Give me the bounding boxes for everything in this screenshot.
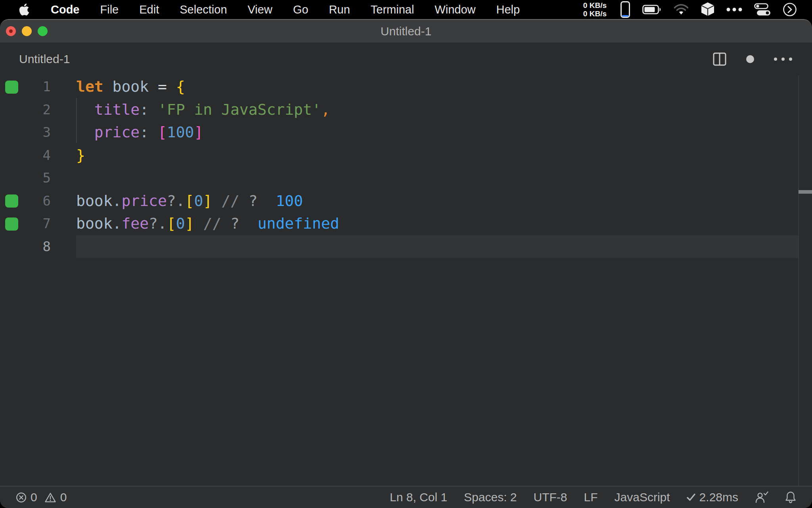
code-line-2[interactable]: 2 title: 'FP in JavaScript', bbox=[0, 98, 812, 121]
network-speed-indicator[interactable]: 0 KB/s 0 KB/s bbox=[583, 1, 607, 18]
line-number: 8 bbox=[43, 235, 51, 258]
error-count: 0 bbox=[31, 491, 37, 504]
encoding-status[interactable]: UTF-8 bbox=[534, 491, 567, 504]
menu-items: CodeFileEditSelectionViewGoRunTerminalWi… bbox=[51, 3, 520, 16]
line-number: 1 bbox=[43, 75, 51, 98]
menu-bar-left: CodeFileEditSelectionViewGoRunTerminalWi… bbox=[0, 3, 520, 16]
code-content: book.fee?.[0] // ? undefined bbox=[76, 212, 799, 235]
menu-item-file[interactable]: File bbox=[100, 3, 119, 16]
editor-gutter: 5 bbox=[0, 167, 76, 190]
line-number: 4 bbox=[43, 144, 51, 167]
quokka-coverage-indicator bbox=[5, 217, 18, 231]
problems-status[interactable]: 0 0 bbox=[16, 491, 70, 504]
editor-gutter: 8 bbox=[0, 235, 76, 258]
menu-item-selection[interactable]: Selection bbox=[180, 3, 227, 16]
line-number: 7 bbox=[43, 212, 51, 235]
vscode-window: Untitled-1 Untitled-1 1let book = {2 tit… bbox=[0, 19, 812, 508]
cursor-position-status[interactable]: Ln 8, Col 1 bbox=[390, 491, 447, 504]
code-content: price: [100] bbox=[76, 121, 799, 144]
overview-ruler-cursor-marker bbox=[799, 190, 812, 194]
status-bar: 0 0 Ln 8, Col 1 Spaces: 2 UTF-8 LF JavaS… bbox=[0, 486, 812, 508]
editor-actions bbox=[713, 42, 812, 75]
network-down-speed: 0 KB/s bbox=[583, 10, 607, 18]
iphone-icon[interactable] bbox=[620, 1, 630, 18]
quokka-time: 2.28ms bbox=[699, 491, 738, 504]
window-title: Untitled-1 bbox=[0, 20, 812, 42]
network-up-speed: 0 KB/s bbox=[583, 1, 607, 10]
menu-item-terminal[interactable]: Terminal bbox=[371, 3, 414, 16]
code-content: book.price?.[0] // ? 100 bbox=[76, 190, 799, 213]
code-line-8[interactable]: 8 bbox=[0, 235, 812, 258]
status-bar-right: Ln 8, Col 1 Spaces: 2 UTF-8 LF JavaScrip… bbox=[390, 491, 796, 504]
eol-status[interactable]: LF bbox=[584, 491, 598, 504]
menu-item-run[interactable]: Run bbox=[329, 3, 350, 16]
warning-icon bbox=[44, 492, 56, 503]
battery-icon[interactable] bbox=[642, 4, 661, 15]
warning-count: 0 bbox=[60, 491, 67, 504]
editor-gutter: 1 bbox=[0, 75, 76, 98]
code-line-5[interactable]: 5 bbox=[0, 167, 812, 190]
apple-menu-icon[interactable] bbox=[18, 4, 30, 15]
menu-item-window[interactable]: Window bbox=[435, 3, 475, 16]
more-actions-icon[interactable] bbox=[774, 58, 792, 61]
wifi-icon[interactable] bbox=[673, 4, 689, 15]
code-content bbox=[76, 167, 799, 190]
editor-gutter: 7 bbox=[0, 212, 76, 235]
indentation-status[interactable]: Spaces: 2 bbox=[464, 491, 517, 504]
menu-bar-status-area: 0 KB/s 0 KB/s bbox=[583, 1, 812, 18]
editor-gutter: 6 bbox=[0, 190, 76, 213]
macos-menu-bar: CodeFileEditSelectionViewGoRunTerminalWi… bbox=[0, 0, 812, 19]
editor-tab-strip: Untitled-1 bbox=[0, 42, 812, 75]
quokka-status[interactable]: 2.28ms bbox=[687, 491, 738, 504]
code-line-3[interactable]: 3 price: [100] bbox=[0, 121, 812, 144]
menu-item-help[interactable]: Help bbox=[496, 3, 520, 16]
menu-item-go[interactable]: Go bbox=[293, 3, 308, 16]
notifications-bell-icon[interactable] bbox=[785, 491, 796, 504]
menu-item-view[interactable]: View bbox=[248, 3, 272, 16]
ellipsis-icon[interactable] bbox=[726, 8, 742, 12]
check-icon bbox=[687, 493, 695, 501]
line-number: 2 bbox=[43, 98, 51, 121]
editor-gutter: 4 bbox=[0, 144, 76, 167]
quokka-coverage-indicator bbox=[5, 81, 18, 94]
window-title-bar[interactable]: Untitled-1 bbox=[0, 20, 812, 42]
line-number: 3 bbox=[43, 121, 51, 144]
code-line-6[interactable]: 6book.price?.[0] // ? 100 bbox=[0, 190, 812, 213]
code-editor[interactable]: 1let book = {2 title: 'FP in JavaScript'… bbox=[0, 75, 812, 486]
control-center-icon[interactable] bbox=[754, 3, 771, 16]
language-mode-status[interactable]: JavaScript bbox=[615, 491, 670, 504]
code-line-4[interactable]: 4} bbox=[0, 144, 812, 167]
dirty-indicator[interactable] bbox=[746, 55, 754, 63]
indent-guide bbox=[76, 98, 77, 143]
code-content: title: 'FP in JavaScript', bbox=[76, 98, 799, 121]
line-number: 6 bbox=[43, 190, 51, 213]
code-line-1[interactable]: 1let book = { bbox=[0, 75, 812, 98]
cube-icon[interactable] bbox=[701, 2, 714, 17]
error-icon bbox=[16, 492, 27, 503]
code-rows: 1let book = {2 title: 'FP in JavaScript'… bbox=[0, 75, 812, 258]
overview-ruler-border bbox=[798, 75, 799, 486]
code-content: } bbox=[76, 144, 799, 167]
editor-gutter: 3 bbox=[0, 121, 76, 144]
line-number: 5 bbox=[43, 167, 51, 190]
editor-gutter: 2 bbox=[0, 98, 76, 121]
split-editor-icon[interactable] bbox=[713, 52, 726, 66]
tab-untitled-1[interactable]: Untitled-1 bbox=[19, 42, 70, 75]
code-content: let book = { bbox=[76, 75, 799, 98]
code-content bbox=[76, 235, 799, 258]
menu-item-edit[interactable]: Edit bbox=[139, 3, 159, 16]
menu-item-code[interactable]: Code bbox=[51, 3, 80, 16]
quokka-coverage-indicator bbox=[5, 194, 18, 208]
code-line-7[interactable]: 7book.fee?.[0] // ? undefined bbox=[0, 212, 812, 235]
feedback-icon[interactable] bbox=[755, 491, 768, 504]
circle-chevron-icon[interactable] bbox=[783, 2, 797, 17]
